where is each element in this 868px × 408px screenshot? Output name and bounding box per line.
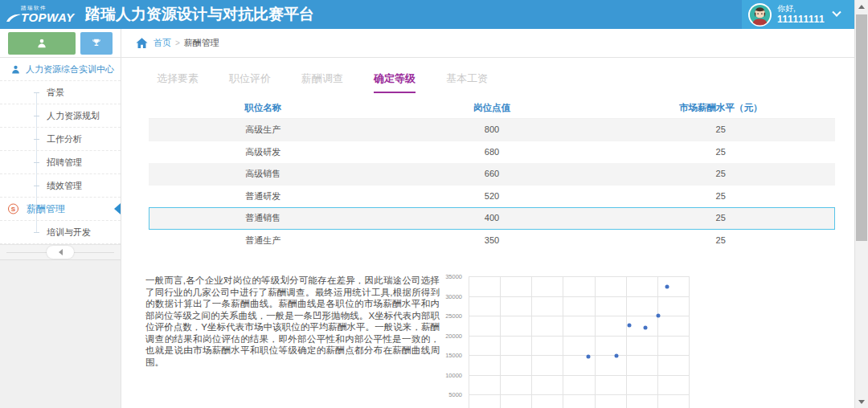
- table-cell: 高级生产: [149, 119, 378, 141]
- topway-logo[interactable]: 踏瑞软件 TOPWAY: [0, 6, 77, 24]
- table-cell: 普通研发: [149, 186, 378, 208]
- table-cell: 800: [378, 119, 607, 141]
- chart-data-point[interactable]: [644, 325, 648, 329]
- salary-grade-table: 职位名称岗位点值市场薪酬水平（元） 高级生产80025高级研发68025高级销售…: [149, 96, 835, 251]
- sidebar-collapse-bar: [0, 244, 121, 260]
- scroll-up-button[interactable]: [855, 0, 868, 13]
- chart-y-tick-label: 15000: [445, 352, 462, 359]
- logo-swoosh-icon: [6, 13, 21, 23]
- table-row[interactable]: 高级研发68025: [149, 141, 835, 164]
- table-cell: 普通生产: [149, 230, 378, 252]
- tab-salary-survey[interactable]: 薪酬调查: [301, 71, 343, 92]
- chart-y-tick-label: 30000: [445, 292, 462, 300]
- chart-data-point[interactable]: [628, 324, 632, 328]
- active-item-marker-icon: [114, 203, 121, 214]
- sidebar-item-label: 招聘管理: [47, 157, 82, 167]
- sidebar-item-performance[interactable]: 绩效管理: [0, 174, 121, 198]
- sidebar-item-job-analysis[interactable]: 工作分析: [0, 128, 121, 151]
- chart-gridline-horizontal: [469, 296, 689, 297]
- table-row[interactable]: 高级生产80025: [149, 119, 835, 141]
- table-cell: 680: [378, 141, 607, 164]
- logo-text: TOPWAY: [21, 11, 75, 23]
- chart-plot: [469, 276, 689, 408]
- collapse-arrow-icon: [59, 249, 63, 255]
- table-cell: 25: [606, 141, 835, 164]
- chart-y-axis-labels: 5000100001500020000250003000035000: [441, 276, 464, 408]
- table-cell: 25: [606, 230, 835, 252]
- user-menu[interactable]: 你好, 111111111: [742, 0, 854, 29]
- table-cell: 高级销售: [149, 163, 378, 186]
- table-cell: 25: [606, 186, 835, 208]
- tab-bar: 选择要素职位评价薪酬调查确定等级基本工资: [157, 71, 518, 93]
- table-cell: 普通销售: [149, 207, 378, 230]
- table-cell: 25: [606, 119, 835, 141]
- avatar-image: [748, 3, 772, 27]
- scroll-up-arrow-icon: [858, 5, 865, 9]
- chart-gridline-horizontal: [469, 355, 689, 356]
- username: 111111111: [777, 14, 825, 27]
- chart-y-tick-label: 25000: [445, 312, 462, 320]
- page-title: 踏瑞人力资源设计与对抗比赛平台: [85, 4, 314, 25]
- breadcrumb-separator-icon: >: [175, 39, 180, 47]
- table-cell: 400: [378, 207, 607, 230]
- sidebar-item-label: 人力资源规划: [47, 111, 100, 120]
- sidebar-item-training[interactable]: 培训与开发: [0, 221, 121, 244]
- breadcrumb-home[interactable]: 首页: [154, 37, 171, 49]
- table-cell: 25: [606, 163, 835, 186]
- sidebar-item-salary[interactable]: S薪酬管理: [0, 198, 121, 221]
- toolbar: 首页 > 薪酬管理: [0, 29, 854, 58]
- sidebar-item-background[interactable]: 背景: [0, 81, 121, 104]
- tab-determine-grade[interactable]: 确定等级: [374, 71, 416, 93]
- chart-gridline-horizontal: [469, 276, 689, 277]
- home-icon[interactable]: [134, 36, 149, 50]
- table-row[interactable]: 普通研发52025: [149, 186, 835, 208]
- scroll-down-button[interactable]: [855, 395, 868, 408]
- sidebar-item-recruitment[interactable]: 招聘管理: [0, 151, 121, 174]
- training-center-icon: [10, 64, 21, 75]
- sidebar-root-item[interactable]: 人力资源综合实训中心: [0, 58, 121, 81]
- scroll-down-arrow-icon: [858, 400, 865, 404]
- tab-job-evaluation[interactable]: 职位评价: [229, 71, 271, 92]
- sidebar-item-hr-planning[interactable]: 人力资源规划: [0, 104, 121, 128]
- chart-data-point[interactable]: [656, 314, 660, 318]
- table-row[interactable]: 普通生产35025: [149, 230, 835, 252]
- competition-mode-button[interactable]: [80, 32, 113, 55]
- table-body: 高级生产80025高级研发68025高级销售66025普通研发52025普通销售…: [149, 119, 835, 251]
- column-header-2: 市场薪酬水平（元）: [606, 96, 835, 119]
- chart-gridline-horizontal: [469, 394, 689, 395]
- breadcrumb-current: 薪酬管理: [184, 37, 219, 49]
- sidebar: 人力资源综合实训中心 背景人力资源规划工作分析招聘管理绩效管理S薪酬管理培训与开…: [0, 58, 121, 408]
- chart-data-point[interactable]: [615, 354, 619, 358]
- table-cell: 25: [606, 207, 835, 230]
- training-mode-button[interactable]: [8, 32, 76, 55]
- trophy-icon: [91, 38, 102, 49]
- chevron-down-icon[interactable]: [833, 8, 841, 17]
- salary-scatter-chart: 5000100001500020000250003000035000: [441, 270, 698, 408]
- sidebar-menu: 背景人力资源规划工作分析招聘管理绩效管理S薪酬管理培训与开发: [0, 81, 121, 244]
- main-content: 选择要素职位评价薪酬调查确定等级基本工资 职位名称岗位点值市场薪酬水平（元） 高…: [121, 58, 854, 408]
- sidebar-item-label: 背景: [47, 88, 64, 97]
- scrollbar-thumb[interactable]: [856, 14, 867, 241]
- column-header-1: 岗位点值: [378, 96, 607, 119]
- table-row[interactable]: 高级销售66025: [149, 163, 835, 186]
- chart-data-point[interactable]: [665, 285, 669, 289]
- logo-text-block: 踏瑞软件 TOPWAY: [21, 6, 75, 24]
- table-row[interactable]: 普通销售40025: [149, 207, 835, 230]
- chart-data-point[interactable]: [587, 354, 591, 358]
- chart-y-tick-label: 5000: [448, 391, 462, 398]
- collapse-button[interactable]: [47, 246, 74, 259]
- bottom-section: 一般而言,各个企业对岗位的等级划分可能存在差异，因此瑞途公司选择了同行业的几家公…: [145, 270, 846, 408]
- person-icon: [36, 38, 47, 49]
- sidebar-footer-area: [0, 260, 121, 408]
- user-greeting-block: 你好, 111111111: [777, 3, 825, 27]
- chart-gridline-horizontal: [469, 336, 689, 337]
- chart-y-tick-label: 10000: [445, 371, 462, 378]
- tab-base-salary[interactable]: 基本工资: [446, 71, 488, 92]
- sidebar-root-label: 人力资源综合实训中心: [26, 63, 114, 75]
- chart-gridline-vertical: [689, 276, 690, 408]
- vertical-scrollbar[interactable]: [854, 0, 868, 408]
- tab-select-factors[interactable]: 选择要素: [157, 71, 199, 92]
- sidebar-item-label: 工作分析: [47, 134, 82, 144]
- sidebar-item-label: 培训与开发: [47, 227, 91, 237]
- avatar[interactable]: [748, 3, 772, 27]
